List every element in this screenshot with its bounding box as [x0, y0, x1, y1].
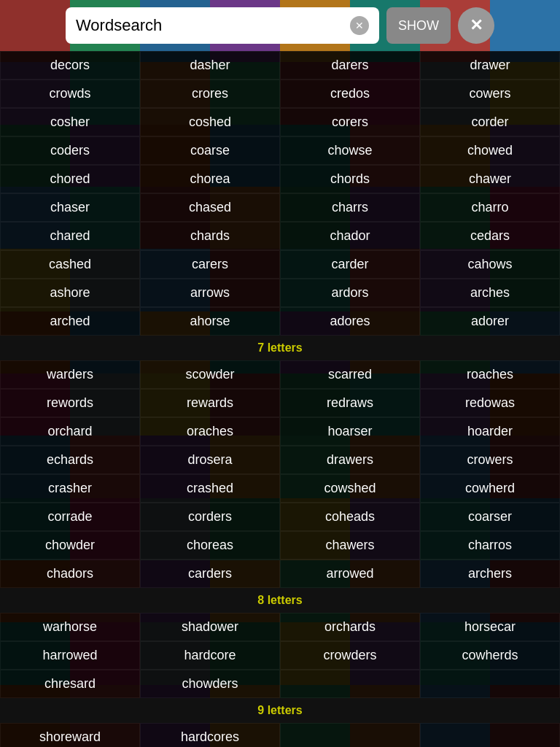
list-item[interactable]: arrowed — [280, 560, 420, 588]
list-item[interactable]: redowas — [420, 389, 560, 417]
list-item[interactable]: ashore — [0, 279, 140, 307]
list-item[interactable]: cashed — [0, 250, 140, 279]
list-item[interactable]: harrowed — [0, 641, 140, 670]
list-item[interactable]: crowers — [420, 446, 560, 474]
list-item[interactable]: shadower — [140, 613, 280, 641]
list-item[interactable]: rewords — [0, 389, 140, 417]
list-item[interactable]: decors — [0, 51, 140, 80]
list-item[interactable]: orchard — [0, 417, 140, 446]
show-button[interactable]: SHOW — [386, 7, 451, 44]
section-header-8: 8 letters — [0, 588, 560, 613]
search-input[interactable] — [76, 16, 350, 35]
list-item[interactable]: ahorse — [140, 307, 280, 336]
list-item[interactable]: dasher — [140, 51, 280, 80]
close-button[interactable]: ✕ — [458, 7, 494, 44]
list-item[interactable]: adores — [280, 307, 420, 336]
top-bar: ✕ SHOW ✕ — [0, 0, 560, 51]
list-item[interactable]: coarse — [140, 136, 280, 165]
list-item[interactable]: choreas — [140, 531, 280, 560]
list-item[interactable]: carder — [280, 250, 420, 279]
list-item[interactable]: arched — [0, 307, 140, 336]
list-item[interactable]: coders — [0, 136, 140, 165]
list-item[interactable]: oraches — [140, 417, 280, 446]
list-item — [420, 670, 560, 698]
list-item[interactable]: crasher — [0, 474, 140, 503]
section-header-7: 7 letters — [0, 336, 560, 360]
list-item[interactable]: charros — [420, 531, 560, 560]
list-item[interactable]: redraws — [280, 389, 420, 417]
list-item[interactable]: chards — [140, 222, 280, 250]
search-box: ✕ — [66, 7, 379, 44]
word-list-container: decors dasher darers drawer crowds crore… — [0, 51, 560, 747]
list-item[interactable]: chowed — [420, 136, 560, 165]
list-item[interactable]: crowds — [0, 80, 140, 108]
list-item — [420, 723, 560, 747]
list-item[interactable]: chadors — [0, 560, 140, 588]
list-item[interactable]: archers — [420, 560, 560, 588]
list-item[interactable]: chased — [140, 193, 280, 222]
list-item[interactable]: chador — [280, 222, 420, 250]
list-item[interactable]: carders — [140, 560, 280, 588]
word-grid: decors dasher darers drawer crowds crore… — [0, 51, 560, 747]
list-item[interactable]: chaser — [0, 193, 140, 222]
list-item[interactable]: charrs — [280, 193, 420, 222]
list-item[interactable]: adorer — [420, 307, 560, 336]
list-item — [280, 670, 420, 698]
list-item[interactable]: charro — [420, 193, 560, 222]
list-item[interactable]: orchards — [280, 613, 420, 641]
list-item[interactable]: horsecar — [420, 613, 560, 641]
list-item — [280, 723, 420, 747]
list-item[interactable]: darers — [280, 51, 420, 80]
list-item[interactable]: chared — [0, 222, 140, 250]
list-item[interactable]: cahows — [420, 250, 560, 279]
list-item[interactable]: drosera — [140, 446, 280, 474]
list-item[interactable]: credos — [280, 80, 420, 108]
list-item[interactable]: hardcores — [140, 723, 280, 747]
section-header-9: 9 letters — [0, 698, 560, 723]
list-item[interactable]: drawer — [420, 51, 560, 80]
list-item[interactable]: cosher — [0, 108, 140, 136]
list-item[interactable]: hoarder — [420, 417, 560, 446]
list-item[interactable]: chowder — [0, 531, 140, 560]
list-item[interactable]: chawer — [420, 165, 560, 193]
list-item[interactable]: hoarser — [280, 417, 420, 446]
list-item[interactable]: chowders — [140, 670, 280, 698]
list-item[interactable]: chorea — [140, 165, 280, 193]
list-item[interactable]: echards — [0, 446, 140, 474]
list-item[interactable]: arches — [420, 279, 560, 307]
list-item[interactable]: cowers — [420, 80, 560, 108]
list-item[interactable]: chresard — [0, 670, 140, 698]
list-item[interactable]: corders — [140, 503, 280, 531]
list-item[interactable]: ardors — [280, 279, 420, 307]
list-item[interactable]: roaches — [420, 360, 560, 389]
list-item[interactable]: chowse — [280, 136, 420, 165]
list-item[interactable]: crowders — [280, 641, 420, 670]
list-item[interactable]: rewards — [140, 389, 280, 417]
list-item[interactable]: arrows — [140, 279, 280, 307]
list-item[interactable]: warders — [0, 360, 140, 389]
list-item[interactable]: shoreward — [0, 723, 140, 747]
list-item[interactable]: crashed — [140, 474, 280, 503]
list-item[interactable]: chored — [0, 165, 140, 193]
list-item[interactable]: corrade — [0, 503, 140, 531]
list-item[interactable]: cowshed — [280, 474, 420, 503]
list-item[interactable]: crores — [140, 80, 280, 108]
list-item[interactable]: coshed — [140, 108, 280, 136]
list-item[interactable]: cedars — [420, 222, 560, 250]
list-item[interactable]: chawers — [280, 531, 420, 560]
list-item[interactable]: carers — [140, 250, 280, 279]
list-item[interactable]: warhorse — [0, 613, 140, 641]
list-item[interactable]: drawers — [280, 446, 420, 474]
list-item[interactable]: scowder — [140, 360, 280, 389]
clear-button[interactable]: ✕ — [350, 16, 369, 35]
list-item[interactable]: cowherds — [420, 641, 560, 670]
list-item[interactable]: hardcore — [140, 641, 280, 670]
list-item[interactable]: scarred — [280, 360, 420, 389]
list-item[interactable]: coheads — [280, 503, 420, 531]
list-item[interactable]: corder — [420, 108, 560, 136]
list-item[interactable]: cowherd — [420, 474, 560, 503]
list-item[interactable]: chords — [280, 165, 420, 193]
list-item[interactable]: coarser — [420, 503, 560, 531]
list-item[interactable]: corers — [280, 108, 420, 136]
